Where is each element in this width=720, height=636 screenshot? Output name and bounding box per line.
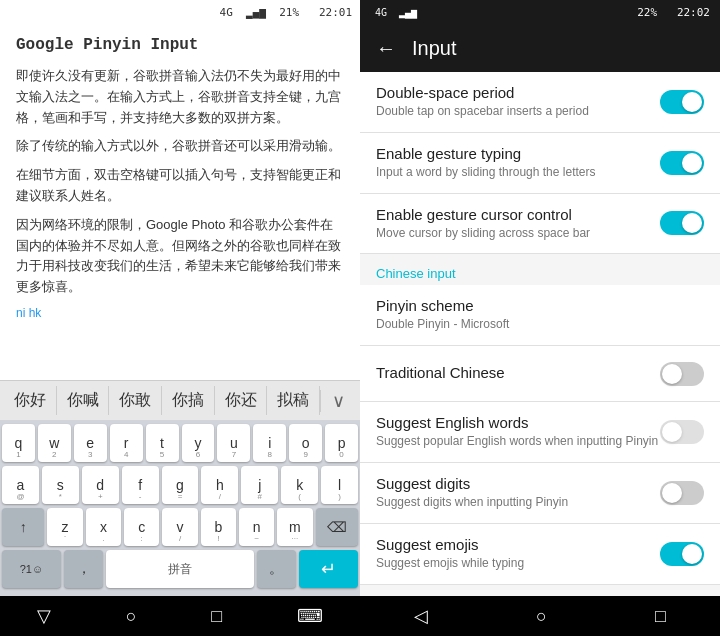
key-b[interactable]: b!: [201, 508, 236, 546]
setting-suggest-emojis-subtitle: Suggest emojis while typing: [376, 555, 660, 572]
toggle-thumb: [662, 483, 682, 503]
candidate-0[interactable]: 你好: [4, 386, 57, 415]
left-panel: 4G ▂▄▆ 21% 22:01 Google Pinyin Input 即使许…: [0, 0, 360, 636]
setting-suggest-emojis-title: Suggest emojis: [376, 536, 660, 553]
paragraph-3: 在细节方面，双击空格键可以插入句号，支持智能更正和建议联系人姓名。: [16, 165, 344, 207]
toggle-gesture-typing[interactable]: [660, 151, 704, 175]
key-z[interactable]: z`: [47, 508, 82, 546]
key-y[interactable]: y6: [182, 424, 215, 462]
right-status-left: 4G ▂▄▆: [375, 7, 417, 18]
key-o[interactable]: o9: [289, 424, 322, 462]
candidate-3[interactable]: 你搞: [162, 386, 215, 415]
key-d[interactable]: d+: [82, 466, 119, 504]
nav-back-icon-right[interactable]: ◁: [414, 605, 428, 627]
key-space[interactable]: 拼音: [106, 550, 253, 588]
key-h[interactable]: h/: [201, 466, 238, 504]
toggle-suggest-digits[interactable]: [660, 481, 704, 505]
nav-recent-icon[interactable]: □: [211, 606, 222, 627]
candidate-2[interactable]: 你敢: [109, 386, 162, 415]
content-area: Google Pinyin Input 即使许久没有更新，谷歌拼音输入法仍不失为…: [0, 24, 360, 380]
key-a[interactable]: a@: [2, 466, 39, 504]
setting-suggest-digits-subtitle: Suggest digits when inputting Pinyin: [376, 494, 660, 511]
key-f[interactable]: f-: [122, 466, 159, 504]
nav-bar-left: ▽ ○ □ ⌨: [0, 596, 360, 636]
keyboard: q1 w2 e3 r4 t5 y6 u7 i8 o9 p0 a@ s* d+ f…: [0, 420, 360, 596]
setting-suggest-english[interactable]: Suggest English words Suggest popular En…: [360, 402, 720, 463]
candidate-4[interactable]: 你还: [215, 386, 268, 415]
setting-pinyin-scheme-title: Pinyin scheme: [376, 297, 704, 314]
app-header: ← Input: [360, 24, 720, 72]
nav-bar-right: ◁ ○ □: [360, 596, 720, 636]
key-e[interactable]: e3: [74, 424, 107, 462]
key-p[interactable]: p0: [325, 424, 358, 462]
toggle-suggest-english[interactable]: [660, 420, 704, 444]
status-bar-left: 4G ▂▄▆ 21% 22:01: [0, 0, 360, 24]
setting-double-space[interactable]: Double-space period Double tap on spaceb…: [360, 72, 720, 133]
candidate-5[interactable]: 拟稿: [267, 386, 320, 415]
status-bar-right: 4G ▂▄▆ 22% 22:02: [360, 0, 720, 24]
key-v[interactable]: v/: [162, 508, 197, 546]
toggle-thumb: [682, 544, 702, 564]
key-q[interactable]: q1: [2, 424, 35, 462]
key-shift[interactable]: ↑: [2, 508, 44, 546]
key-delete[interactable]: ⌫: [316, 508, 358, 546]
keyboard-row-1: q1 w2 e3 r4 t5 y6 u7 i8 o9 p0: [2, 424, 358, 462]
paragraph-2: 除了传统的输入方式以外，谷歌拼音还可以采用滑动输。: [16, 136, 344, 157]
setting-traditional-chinese[interactable]: Traditional Chinese: [360, 346, 720, 402]
setting-double-space-subtitle: Double tap on spacebar inserts a period: [376, 103, 660, 120]
nav-recent-icon-right[interactable]: □: [655, 606, 666, 627]
setting-suggest-digits[interactable]: Suggest digits Suggest digits when input…: [360, 463, 720, 524]
key-u[interactable]: u7: [217, 424, 250, 462]
link-text: ni hk: [16, 306, 344, 320]
setting-double-space-title: Double-space period: [376, 84, 660, 101]
key-r[interactable]: r4: [110, 424, 143, 462]
nav-home-icon-right[interactable]: ○: [536, 606, 547, 627]
toggle-thumb: [682, 153, 702, 173]
header-title: Input: [412, 37, 456, 60]
setting-gesture-cursor-subtitle: Move cursor by sliding across space bar: [376, 225, 660, 242]
toggle-suggest-emojis[interactable]: [660, 542, 704, 566]
nav-back-icon[interactable]: ▽: [37, 605, 51, 627]
toggle-double-space[interactable]: [660, 90, 704, 114]
keyboard-row-4: ?1☺ ， 拼音 。 ↵: [2, 550, 358, 588]
key-symbols[interactable]: ?1☺: [2, 550, 61, 588]
toggle-thumb: [662, 364, 682, 384]
key-period[interactable]: 。: [257, 550, 296, 588]
expand-candidates-icon[interactable]: ∨: [320, 390, 356, 412]
back-button[interactable]: ←: [376, 37, 396, 60]
setting-gesture-cursor[interactable]: Enable gesture cursor control Move curso…: [360, 194, 720, 255]
setting-pinyin-scheme[interactable]: Pinyin scheme Double Pinyin - Microsoft: [360, 285, 720, 346]
key-j[interactable]: j#: [241, 466, 278, 504]
setting-gesture-cursor-title: Enable gesture cursor control: [376, 206, 660, 223]
keyboard-row-3: ↑ z` x. c: v/ b! n~ m··· ⌫: [2, 508, 358, 546]
right-panel: 4G ▂▄▆ 22% 22:02 ← Input Double-space pe…: [360, 0, 720, 636]
key-t[interactable]: t5: [146, 424, 179, 462]
right-status-right: 22% 22:02: [637, 6, 710, 19]
keyboard-row-2: a@ s* d+ f- g= h/ j# k( l): [2, 466, 358, 504]
key-l[interactable]: l): [321, 466, 358, 504]
nav-home-icon[interactable]: ○: [126, 606, 137, 627]
app-title: Google Pinyin Input: [16, 36, 344, 54]
candidate-1[interactable]: 你喊: [57, 386, 110, 415]
key-m[interactable]: m···: [277, 508, 312, 546]
toggle-gesture-cursor[interactable]: [660, 211, 704, 235]
key-i[interactable]: i8: [253, 424, 286, 462]
key-comma[interactable]: ，: [64, 550, 103, 588]
setting-gesture-typing[interactable]: Enable gesture typing Input a word by sl…: [360, 133, 720, 194]
key-enter[interactable]: ↵: [299, 550, 358, 588]
key-g[interactable]: g=: [162, 466, 199, 504]
key-s[interactable]: s*: [42, 466, 79, 504]
setting-suggest-emojis[interactable]: Suggest emojis Suggest emojis while typi…: [360, 524, 720, 585]
key-c[interactable]: c:: [124, 508, 159, 546]
key-x[interactable]: x.: [86, 508, 121, 546]
toggle-traditional-chinese[interactable]: [660, 362, 704, 386]
setting-traditional-chinese-title: Traditional Chinese: [376, 364, 660, 381]
key-k[interactable]: k(: [281, 466, 318, 504]
section-chinese-input-label: Chinese input: [376, 266, 704, 281]
paragraph-4: 因为网络环境的限制，Google Photo 和谷歌办公套件在国内的体验并不尽如…: [16, 215, 344, 298]
nav-keyboard-icon[interactable]: ⌨: [297, 605, 323, 627]
setting-pinyin-scheme-subtitle: Double Pinyin - Microsoft: [376, 316, 704, 333]
key-w[interactable]: w2: [38, 424, 71, 462]
key-n[interactable]: n~: [239, 508, 274, 546]
settings-list: Double-space period Double tap on spaceb…: [360, 72, 720, 596]
